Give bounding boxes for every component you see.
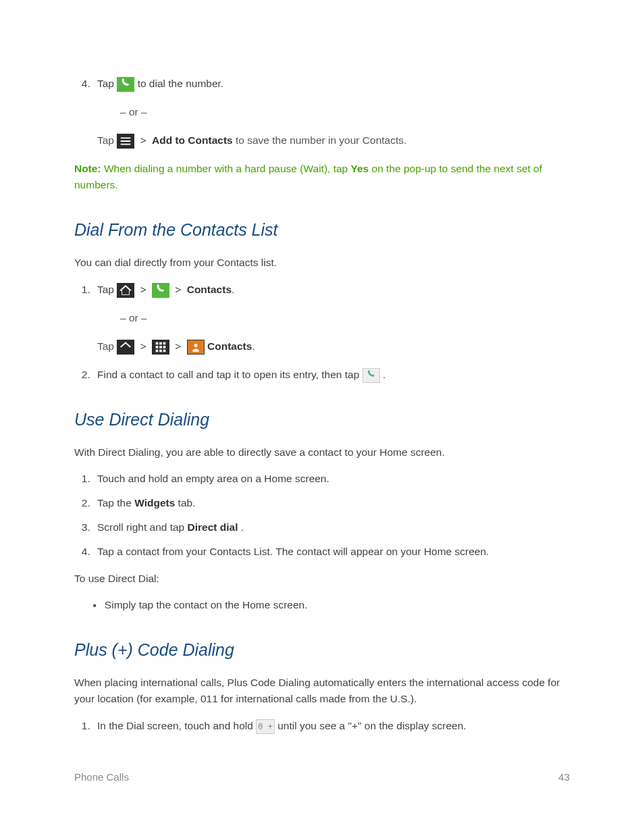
step-4b: Tap > Add to Contacts to save the number… bbox=[97, 132, 570, 149]
svg-point-9 bbox=[194, 344, 197, 347]
sec2-to-use: To use Direct Dial: bbox=[74, 571, 570, 587]
heading-plus-code: Plus (+) Code Dialing bbox=[74, 640, 570, 660]
svg-rect-5 bbox=[163, 346, 166, 348]
heading-dial-contacts: Dial From the Contacts List bbox=[74, 220, 570, 240]
apps-grid-icon bbox=[152, 340, 169, 355]
add-to-contacts: Add to Contacts bbox=[152, 134, 233, 146]
sec3-steps: In the Dial screen, touch and hold 0 + u… bbox=[74, 718, 570, 734]
svg-rect-6 bbox=[156, 349, 159, 352]
sec1-s1b-tap: Tap bbox=[97, 340, 114, 352]
svg-rect-1 bbox=[159, 342, 162, 344]
sec1-s2-post: . bbox=[383, 369, 385, 380]
sec1-or: – or – bbox=[120, 310, 570, 326]
sec2-steps: Touch and hold an empty area on a Home s… bbox=[74, 471, 570, 560]
note-label: Note: bbox=[74, 163, 101, 174]
footer-left: Phone Calls bbox=[74, 771, 129, 783]
step-list-top: Tap to dial the number. – or – Tap > Add… bbox=[74, 76, 570, 149]
sec2-s2: Tap the Widgets tab. bbox=[93, 495, 570, 511]
sec2-bullet: Simply tap the contact on the Home scree… bbox=[93, 597, 570, 613]
menu-icon bbox=[117, 134, 134, 149]
svg-rect-8 bbox=[163, 349, 166, 352]
contacts-app-icon bbox=[187, 340, 205, 355]
phone-icon bbox=[117, 77, 134, 92]
step-4-tap: Tap bbox=[97, 78, 114, 89]
home-icon bbox=[117, 283, 134, 298]
sec2-s3: Scroll right and tap Direct dial . bbox=[93, 519, 570, 536]
svg-rect-2 bbox=[163, 342, 166, 344]
sec1-s2-pre: Find a contact to call and tap it to ope… bbox=[97, 369, 363, 380]
step-4b-after: to save the number in your Contacts. bbox=[236, 134, 406, 146]
sec1-step1b: Tap > > Contacts. bbox=[97, 338, 570, 355]
gt: > bbox=[140, 340, 146, 352]
sec1-steps: Tap > > Contacts. – or – Tap > bbox=[74, 282, 570, 383]
sec1-step1: Tap > > Contacts. – or – Tap > bbox=[93, 282, 570, 355]
zero-plus-key-icon: 0 + bbox=[256, 719, 275, 734]
sec2-s1: Touch and hold an empty area on a Home s… bbox=[93, 471, 570, 487]
sec1-step2: Find a contact to call and tap it to ope… bbox=[93, 367, 570, 383]
note: Note: When dialing a number with a hard … bbox=[74, 161, 570, 193]
note-pre: When dialing a number with a hard pause … bbox=[104, 163, 351, 174]
gt: > bbox=[140, 134, 146, 146]
svg-rect-3 bbox=[156, 346, 159, 348]
sec1-s1-contacts: Contacts bbox=[187, 284, 232, 295]
sec1-s1b-contacts: Contacts bbox=[207, 340, 252, 352]
sec3-intro: When placing international calls, Plus C… bbox=[74, 675, 570, 707]
phone-small-icon bbox=[363, 368, 380, 383]
gt: > bbox=[140, 284, 146, 295]
sec3-s1: In the Dial screen, touch and hold 0 + u… bbox=[93, 718, 570, 734]
svg-rect-0 bbox=[156, 342, 159, 344]
sec2-s4: Tap a contact from your Contacts List. T… bbox=[93, 544, 570, 560]
sec1-s1-tap: Tap bbox=[97, 284, 114, 295]
phone-icon bbox=[152, 283, 169, 298]
step-4b-tap: Tap bbox=[97, 134, 114, 146]
svg-rect-7 bbox=[159, 349, 162, 352]
home-icon bbox=[117, 340, 134, 355]
heading-direct-dialing: Use Direct Dialing bbox=[74, 410, 570, 429]
step-4-or: – or – bbox=[120, 104, 570, 120]
note-yes: Yes bbox=[351, 163, 369, 174]
footer-page-number: 43 bbox=[558, 771, 570, 783]
gt: > bbox=[175, 284, 181, 295]
sec1-intro: You can dial directly from your Contacts… bbox=[74, 255, 570, 271]
step-4-after: to dial the number. bbox=[138, 78, 224, 89]
page: Tap to dial the number. – or – Tap > Add… bbox=[0, 0, 644, 834]
sec2-intro: With Direct Dialing, you are able to dir… bbox=[74, 444, 570, 461]
sec2-bullets: Simply tap the contact on the Home scree… bbox=[74, 597, 570, 613]
svg-rect-4 bbox=[159, 346, 162, 348]
gt: > bbox=[175, 340, 181, 352]
step-4: Tap to dial the number. – or – Tap > Add… bbox=[93, 76, 570, 149]
footer: Phone Calls 43 bbox=[74, 771, 570, 783]
